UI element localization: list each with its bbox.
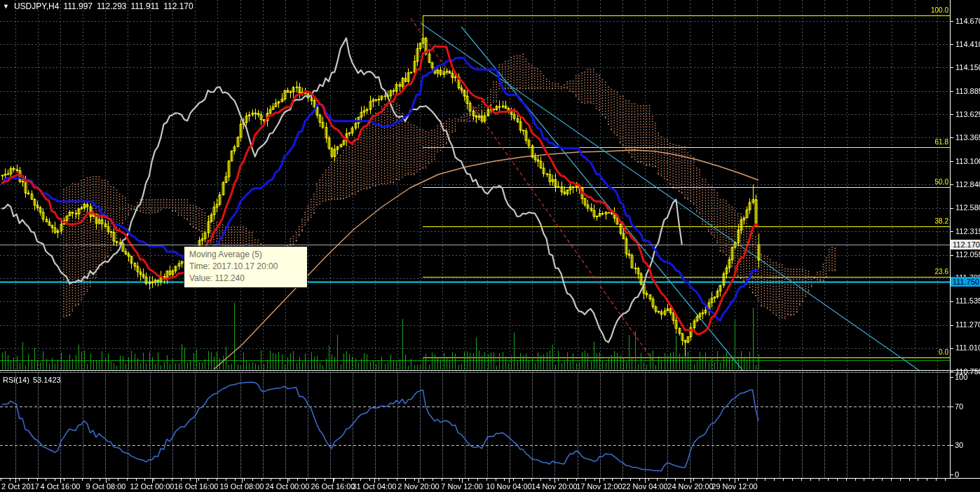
- time-axis-label: 17 Nov 12:00: [576, 483, 622, 491]
- line-price-badge: 111.750: [951, 277, 980, 287]
- price-axis-label: 112.055: [955, 251, 980, 259]
- rsi-indicator-label: RSI(14)53.1423: [3, 376, 64, 384]
- symbol-dropdown-icon[interactable]: ▼: [3, 3, 9, 10]
- price-axis-label: 112.315: [955, 228, 980, 235]
- fib-level-label: 61.8: [935, 138, 948, 146]
- time-axis-label: 2 Oct 2017: [1, 483, 39, 491]
- time-axis-label: 10 Nov 04:00: [486, 483, 531, 491]
- time-axis-label: 24 Nov 20:00: [667, 483, 713, 491]
- quote-close: 112.170: [163, 1, 193, 11]
- price-axis-label: 113.625: [955, 111, 980, 118]
- quote-open: 111.997: [63, 1, 93, 11]
- time-axis-label: 14 Nov 20:00: [531, 483, 577, 491]
- rsi-name: RSI(14): [3, 376, 29, 384]
- rsi-value: 53.1423: [33, 376, 61, 384]
- fib-level-label: 0.0: [939, 348, 948, 356]
- price-axis-label: 114.670: [955, 18, 980, 25]
- time-axis-label: 16 Oct 16:00: [175, 483, 219, 491]
- price-axis-label: 113.885: [955, 88, 980, 95]
- rsi-scale-label: 0: [955, 471, 959, 479]
- current-price-badge: 112.170: [951, 240, 980, 250]
- tooltip-value: Value: 112.240: [189, 273, 301, 285]
- time-axis-label: 26 Oct 16:00: [311, 483, 355, 491]
- time-axis-label: 31 Oct 04:00: [353, 483, 397, 491]
- rsi-scale-label: 100: [955, 374, 967, 381]
- fib-level-label: 100.0: [931, 6, 948, 14]
- tooltip-time: Time: 2017.10.17 20:00: [189, 261, 301, 273]
- time-axis-label: 19 Oct 08:00: [220, 483, 264, 491]
- quote-high: 112.293: [97, 1, 127, 11]
- price-axis-label: 112.840: [955, 181, 980, 189]
- time-axis-label: 12 Oct 00:00: [130, 483, 175, 491]
- rsi-scale-label: 30: [955, 442, 963, 449]
- price-axis-label: 114.410: [955, 41, 980, 48]
- price-axis-label: 112.580: [955, 204, 980, 212]
- time-axis-label: 7 Nov 12:00: [441, 483, 482, 491]
- price-axis-label: 111.010: [955, 344, 980, 352]
- fib-level-label: 38.2: [935, 217, 948, 225]
- fib-level-label: 50.0: [935, 178, 948, 186]
- trading-terminal-window: 114.670114.410114.150113.885113.625113.3…: [0, 0, 980, 492]
- tooltip-title: Moving Average (5): [189, 249, 301, 261]
- price-axis-label: 114.150: [955, 64, 980, 71]
- symbol-period: USDJPY,H4: [14, 1, 59, 11]
- indicator-tooltip: Moving Average (5) Time: 2017.10.17 20:0…: [184, 246, 308, 288]
- chart-canvas[interactable]: [0, 0, 980, 492]
- price-axis-label: 111.535: [955, 297, 980, 305]
- rsi-scale-label: 70: [955, 403, 963, 411]
- quote-bar: ▼USDJPY,H4111.997112.293111.911112.170: [3, 2, 198, 11]
- time-axis-label: 9 Oct 08:00: [86, 483, 126, 491]
- fib-level-label: 23.6: [935, 268, 948, 275]
- price-axis-label: 111.270: [955, 321, 980, 329]
- price-axis-label: 113.100: [955, 158, 980, 165]
- time-axis-label: 24 Oct 00:00: [266, 483, 310, 491]
- quote-low: 111.911: [131, 1, 160, 11]
- time-axis-label: 4 Oct 16:00: [41, 483, 81, 491]
- price-axis-label: 113.365: [955, 134, 980, 142]
- time-axis-label: 29 Nov 12:00: [712, 483, 757, 491]
- time-axis-label: 2 Nov 20:00: [397, 483, 439, 491]
- time-axis-label: 22 Nov 04:00: [622, 483, 667, 491]
